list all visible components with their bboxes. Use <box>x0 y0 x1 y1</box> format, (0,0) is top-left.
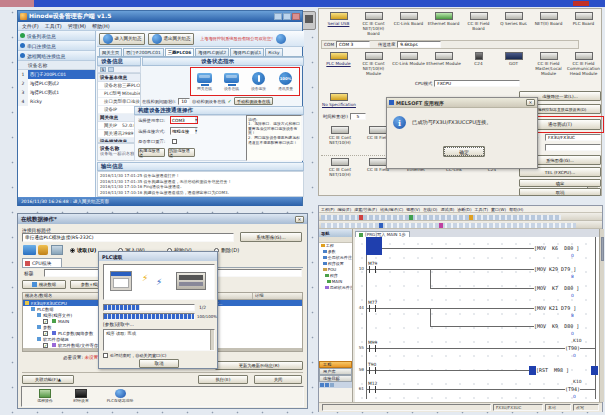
instruction[interactable]: [MOV K29 D79 ] <box>534 266 576 272</box>
device-row-selected[interactable]: 1 西门子200PLC01 <box>18 70 95 79</box>
toolbar-circle-icon[interactable] <box>276 34 286 44</box>
tab-device-2-selected[interactable]: 三菱PLC06 <box>165 48 195 56</box>
nav-button-connection[interactable]: 连接目标 <box>319 375 352 382</box>
module-plc-board[interactable]: PLC Board <box>566 12 601 36</box>
module-serial-usb[interactable]: Serial USB <box>321 12 356 36</box>
tab-device-5[interactable]: Ricky <box>265 48 282 56</box>
scrollbar-fragment[interactable] <box>301 11 316 30</box>
instruction[interactable]: [MOV K6 D80 ] <box>534 245 579 251</box>
check-icon[interactable]: ✓ <box>228 98 232 104</box>
com-port-select[interactable]: COM3 ▾ <box>170 116 198 124</box>
cancel-button[interactable]: 取消 <box>519 188 601 196</box>
exit-gateway-button[interactable]: 退出网关组态 <box>148 33 194 45</box>
module-ethernet-module[interactable]: Ethernet Module <box>426 52 461 76</box>
build-channel-button[interactable]: 构建连接通道 <box>138 148 165 157</box>
manual-check-button[interactable]: 手动检测设备在线 <box>234 97 274 105</box>
remote-operation-item[interactable]: 远程操作 <box>30 389 60 403</box>
menu-window[interactable]: 窗口(W) <box>491 207 506 212</box>
execute-button[interactable]: 执行(E) <box>198 375 248 384</box>
module-ccie-field-head[interactable]: CC IE Field Communication Head Module <box>566 52 601 76</box>
category-icon[interactable] <box>108 67 114 72</box>
instruction[interactable]: [MOV K7 D80 ] <box>534 285 579 291</box>
module-q-series-bus[interactable]: Q Series Bus <box>496 12 531 36</box>
device-row[interactable]: 3 海得PLC测试1 <box>18 88 95 97</box>
menu-file[interactable]: 文件(F) <box>22 23 39 29</box>
instruction[interactable]: [MOV K21 D79 ] <box>534 305 576 311</box>
column-detail[interactable]: 详细 <box>253 293 302 299</box>
cpu-module-tab[interactable]: CPU模块 <box>22 258 62 267</box>
coil[interactable]: (T94) <box>565 386 580 392</box>
menu-help[interactable]: 帮助(H) <box>92 23 110 29</box>
sidebar-section-device-list[interactable]: 设备列表信息 <box>18 31 95 41</box>
dialog-close-icon[interactable]: × <box>295 216 304 223</box>
property-row[interactable]: 接口类型串口连接 <box>98 98 140 106</box>
tree-item[interactable]: 局部软元件注释 <box>319 285 352 291</box>
menu-tools[interactable]: 工具(T) <box>45 23 62 29</box>
ladder-cursor-cell[interactable] <box>366 237 382 255</box>
dialog-titlebar[interactable]: 在线数据操作* × <box>18 214 307 224</box>
menu-find[interactable]: 搜索/替换(F) <box>354 207 377 212</box>
tab-device-4[interactable]: 海得PLC测试1 <box>230 48 264 56</box>
contact-icon[interactable] <box>369 345 376 352</box>
radio-read[interactable]: 读取(U) <box>70 247 96 254</box>
com-value-field[interactable]: COM 3 <box>336 41 370 48</box>
clock-setting-item[interactable]: 时钟设置 <box>66 389 96 403</box>
close-button[interactable]: 关闭 <box>254 375 302 384</box>
scrollbar-thumb[interactable] <box>601 237 604 261</box>
time-check-field[interactable]: 5 <box>350 113 366 120</box>
toolbar-row-1[interactable] <box>319 213 602 221</box>
menu-compile[interactable]: 转换/编译(C) <box>380 207 403 212</box>
module-no-specification[interactable]: No Specification <box>321 93 357 107</box>
tab-gateway-home[interactable]: 网关主页 <box>99 48 122 56</box>
tab-device-3[interactable]: 海得PLC测试2 <box>195 48 229 56</box>
enter-gateway-button[interactable]: 进入网关组态 <box>99 33 145 45</box>
coil[interactable]: (T90) <box>565 345 580 351</box>
related-functions-button[interactable]: 关联功能(F)▲ <box>22 375 74 384</box>
module-ethernet-board[interactable]: Ethernet Board <box>426 12 461 36</box>
nav-footer-strip[interactable] <box>319 382 352 388</box>
menu-debug[interactable]: 调试(B) <box>440 207 454 212</box>
output-log[interactable]: 2016/11/30 17:01:25 设备连接通道打开！ 2016/11/30… <box>97 171 304 197</box>
dialog-ok-button[interactable]: 确定 <box>443 146 485 157</box>
ladder-canvas[interactable]: [MOV K6 D80 ] 0 10 M79 [MOV K29 D79 ] 8 … <box>355 237 599 402</box>
module-ccie-field-master[interactable]: CC IE Field Master/Local Module <box>531 52 566 76</box>
toolbar-row-2[interactable] <box>319 221 602 229</box>
module-net2-board[interactable]: NET(II) Board <box>531 12 566 36</box>
sidebar-section-serial[interactable]: 串口连接信息 <box>18 41 95 51</box>
menu-edit[interactable]: 编辑(E) <box>338 207 352 212</box>
contact-icon[interactable] <box>369 367 376 374</box>
module-got[interactable]: GOT <box>496 52 531 76</box>
property-group[interactable]: 设备基本信息 <box>98 74 140 82</box>
sort-icon[interactable]: ⇅ <box>100 67 106 72</box>
system-image-button[interactable]: 系统图像(G)... <box>240 232 302 242</box>
remove-channel-button[interactable]: 拆除连接通道 <box>168 148 195 157</box>
property-row[interactable]: PLC型号Mitsubishi-FX <box>98 90 140 98</box>
module-ccie-cont-net[interactable]: CC IE Cont NET/10(H) <box>321 126 359 145</box>
plc-memory-clear-item[interactable]: PLC存储器清除 <box>102 389 138 403</box>
module-plc-module[interactable]: PLC Module <box>321 52 356 76</box>
nav-button-project[interactable]: 工程 <box>319 361 352 368</box>
progress-cancel-button[interactable]: 取消 <box>139 359 179 368</box>
auto-close-row[interactable]: 处理结束时，自动关闭窗口(C) <box>103 353 166 358</box>
menu-manage[interactable]: 管理(M) <box>68 23 86 29</box>
menu-help[interactable]: 帮助(H) <box>509 207 523 212</box>
module-cclink-board[interactable]: CC-Link Board <box>391 12 426 36</box>
instruction[interactable]: [RST M98 ] <box>536 367 569 373</box>
vertical-scrollbar[interactable] <box>599 229 604 402</box>
contact-icon[interactable] <box>369 305 376 312</box>
interval-input[interactable]: 10 <box>178 98 190 105</box>
sidebar-section-remote[interactable]: 远程网络连接信息 <box>18 51 95 61</box>
connect-mode-select[interactable]: 编程连接 ▾ <box>170 127 198 135</box>
progress-log-list[interactable]: 程序 读取: 完成 <box>103 329 215 351</box>
reset-checkbox[interactable] <box>172 139 177 144</box>
tab-device-1[interactable]: 西门子200PLC01 <box>123 48 164 56</box>
module-ccie-cont-module[interactable]: CC IE Cont NET/10(H) Module <box>356 52 391 76</box>
module-c24[interactable]: C24 <box>461 52 496 76</box>
list-scrollbar[interactable] <box>210 330 214 350</box>
module-ccie-cont-net[interactable]: CC IE Cont NET/10(H) <box>321 158 359 177</box>
module-data-button[interactable]: 模块数据 <box>22 280 66 289</box>
module-ccie-cont-board[interactable]: CC IE Cont NET/10(H) Board <box>356 12 391 36</box>
background-close-button-fragment[interactable] <box>573 1 589 6</box>
contact-icon[interactable] <box>369 266 376 273</box>
menu-view[interactable]: 视图(V) <box>406 207 420 212</box>
